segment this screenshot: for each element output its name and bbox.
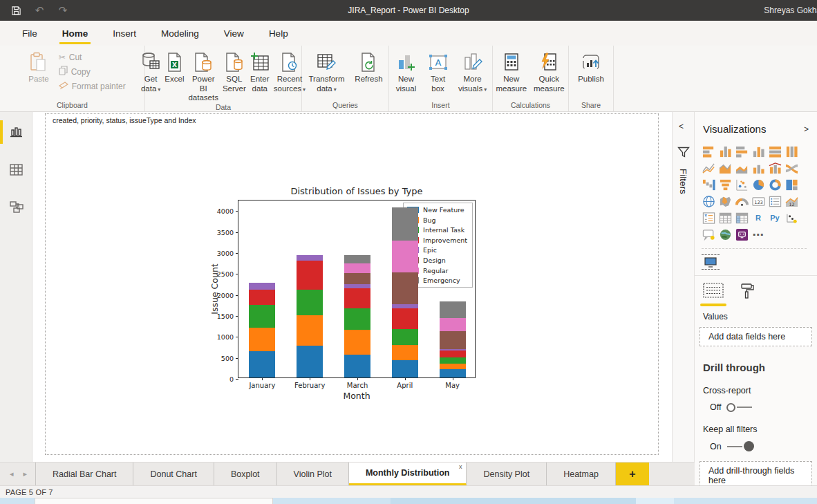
tab-format[interactable] <box>739 283 755 306</box>
refresh-button[interactable]: Refresh <box>353 50 386 84</box>
expand-filters-icon[interactable]: < <box>679 122 684 131</box>
line-and-stacked-column-chart-icon[interactable] <box>751 161 765 175</box>
next-page-icon[interactable]: ▸ <box>24 469 28 478</box>
recent-sources-button[interactable]: Recent sources▾ <box>274 50 306 93</box>
card-icon[interactable]: 123 <box>751 194 765 208</box>
python-visual-selected-icon[interactable] <box>702 254 720 270</box>
more-visuals-button[interactable]: More visuals▾ <box>455 50 490 93</box>
clustered-column-chart-icon[interactable] <box>751 144 765 158</box>
treemap-icon[interactable] <box>785 178 798 192</box>
bar-segment-bug <box>344 330 370 355</box>
table-icon[interactable] <box>718 211 732 225</box>
selected-visual[interactable]: created, priority, status, issueType and… <box>45 113 659 455</box>
keep-all-filters-toggle[interactable]: On <box>710 441 817 451</box>
save-icon[interactable] <box>10 4 22 17</box>
page-tab-heatmap[interactable]: Heatmap <box>547 463 616 485</box>
close-tab-icon[interactable]: x <box>459 463 462 470</box>
legend-label: Regular <box>423 267 448 274</box>
redo-icon[interactable]: ↷ <box>57 4 69 17</box>
data-view-button[interactable] <box>0 155 32 184</box>
bar-segment-regular <box>392 241 418 273</box>
filters-pane-label[interactable]: Filters <box>678 169 688 194</box>
q-and-a-icon[interactable] <box>702 227 715 241</box>
kpi-icon[interactable]: 12 <box>785 194 798 208</box>
collapse-visualizations-icon[interactable]: > <box>804 124 809 134</box>
donut-chart-icon[interactable] <box>768 178 782 192</box>
pie-chart-icon[interactable] <box>751 178 765 192</box>
arcgis-map-icon[interactable] <box>718 227 732 241</box>
gauge-icon[interactable] <box>735 194 749 208</box>
paste-button[interactable]: Paste <box>28 50 48 84</box>
map-icon[interactable] <box>702 194 715 208</box>
matrix-icon[interactable] <box>735 211 749 225</box>
tab-fields[interactable] <box>703 283 724 306</box>
100-stacked-bar-chart-icon[interactable] <box>768 144 782 158</box>
menu-view[interactable]: View <box>212 21 256 46</box>
get-data-button[interactable]: Get data▾ <box>141 50 160 93</box>
report-view-button[interactable] <box>0 118 32 147</box>
model-view-button[interactable] <box>0 192 32 221</box>
page-tab-radial-bar-chart[interactable]: Radial Bar Chart <box>36 463 133 485</box>
bar-segment-new-feature <box>297 346 323 377</box>
slicer-icon[interactable] <box>702 211 715 225</box>
report-canvas[interactable]: created, priority, status, issueType and… <box>32 112 672 462</box>
cross-report-toggle[interactable]: Off <box>710 402 817 412</box>
100-stacked-column-chart-icon[interactable] <box>785 144 798 158</box>
excel-button[interactable]: X Excel <box>165 50 184 84</box>
page-tab-donut-chart[interactable]: Donut Chart <box>133 463 214 485</box>
page-indicator: PAGE 5 OF 7 <box>6 488 53 496</box>
funnel-chart-icon[interactable] <box>718 178 732 192</box>
stacked-column-chart-icon[interactable] <box>718 144 732 158</box>
scatter-chart-icon[interactable] <box>735 178 749 192</box>
page-tab-boxplot[interactable]: Boxplot <box>214 463 277 485</box>
enter-data-button[interactable]: Enter data <box>250 50 270 93</box>
new-page-button[interactable]: + <box>616 463 649 485</box>
copy-button[interactable]: Copy <box>59 66 126 77</box>
area-chart-icon[interactable] <box>718 161 732 175</box>
new-visual-button[interactable]: New visual <box>391 50 421 93</box>
menu-home[interactable]: Home <box>50 21 101 46</box>
more-options-icon[interactable]: ⋯ <box>751 227 765 241</box>
quick-measure-button[interactable]: Quick measure <box>532 50 566 93</box>
multi-row-card-icon[interactable] <box>768 194 782 208</box>
stacked-area-chart-icon[interactable] <box>735 161 749 175</box>
menu-help[interactable]: Help <box>256 21 301 46</box>
page-tab-monthly-distribution[interactable]: Monthly Distributionx <box>349 463 467 485</box>
key-influencers-icon[interactable] <box>785 211 798 225</box>
more-visuals-icon <box>463 50 482 75</box>
page-tab-violin-plot[interactable]: Violin Plot <box>277 463 349 485</box>
model-view-icon <box>9 199 24 214</box>
powerbi-desktop-window: ↶ ↷ JIRA_Report - Power BI Desktop Shrey… <box>0 0 817 504</box>
transform-data-button[interactable]: Transform data▾ <box>306 50 348 93</box>
sql-server-button[interactable]: SQL Server <box>223 50 246 93</box>
view-sidebar <box>0 112 32 462</box>
power-automate-icon[interactable] <box>735 227 749 241</box>
line-chart-icon[interactable] <box>702 161 715 175</box>
waterfall-chart-icon[interactable] <box>702 178 715 192</box>
visualizations-pane: Visualizations > 12312RPy⋯ <box>695 112 817 485</box>
text-box-button[interactable]: A Text box <box>425 50 451 93</box>
ribbon-chart-icon[interactable] <box>785 161 798 175</box>
r-script-visual-icon[interactable]: R <box>751 211 765 225</box>
publish-button[interactable]: Publish <box>573 50 609 84</box>
undo-icon[interactable]: ↶ <box>33 4 46 17</box>
line-and-clustered-column-chart-icon[interactable] <box>768 161 782 175</box>
filled-map-icon[interactable] <box>718 194 732 208</box>
signed-in-user[interactable]: Shreyas Gokha <box>764 6 817 15</box>
menu-insert[interactable]: Insert <box>100 21 149 46</box>
stacked-bar-chart-icon[interactable] <box>702 144 715 158</box>
add-data-fields-dropzone[interactable]: Add data fields here <box>699 327 812 346</box>
svg-text:123: 123 <box>754 199 763 205</box>
new-measure-button[interactable]: New measure <box>495 50 528 93</box>
background-window-edge <box>35 498 273 504</box>
prev-page-icon[interactable]: ◂ <box>10 469 14 478</box>
menu-modeling[interactable]: Modeling <box>149 21 212 46</box>
y-tick-label: 1000 <box>206 333 234 341</box>
menu-file[interactable]: File <box>10 21 50 46</box>
format-painter-button[interactable]: Format painter <box>59 81 126 92</box>
clustered-bar-chart-icon[interactable] <box>735 144 749 158</box>
python-visual-icon[interactable]: Py <box>768 211 782 225</box>
power-bi-datasets-button[interactable]: Power BI datasets <box>188 50 218 103</box>
page-tab-density-plot[interactable]: Density Plot <box>467 463 547 485</box>
cut-button[interactable]: ✂ Cut <box>59 53 126 62</box>
